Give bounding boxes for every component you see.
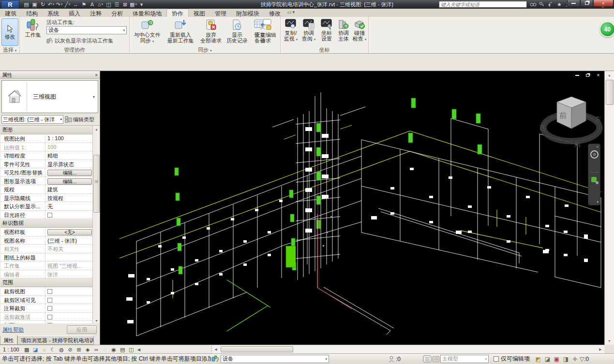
thin-lines-icon[interactable]: ☰ <box>113 0 121 9</box>
scroll-up-icon[interactable]: ▲ <box>93 126 100 132</box>
editable-only-checkbox[interactable] <box>494 356 499 362</box>
prop-row[interactable]: 可见性/图形替换编辑... <box>0 168 100 177</box>
editing-requests-button[interactable]: 正在编辑请求 <box>252 19 280 44</box>
press-drag-icon[interactable]: ◨ <box>561 355 570 363</box>
hscroll-thumb[interactable] <box>221 346 293 352</box>
checkbox[interactable] <box>47 315 52 320</box>
worksets-button[interactable]: 工作集 <box>23 19 43 38</box>
viewcube-front-label[interactable]: 前 <box>559 111 567 120</box>
gray-inactive-worksets-toggle[interactable]: 以灰色显示非活动工作集 <box>46 37 113 44</box>
tab-architecture[interactable]: 建筑 <box>0 9 21 17</box>
viewbar-collapse-icon[interactable]: ◀ <box>137 348 140 352</box>
restore-button[interactable] <box>580 0 593 7</box>
shadows-icon[interactable]: ☾ <box>49 346 57 353</box>
checkbox[interactable] <box>47 323 52 323</box>
type-selector[interactable]: 三维视图 ▾ <box>1 80 98 113</box>
text-icon[interactable]: A <box>88 0 96 9</box>
prop-row[interactable]: 默认分析显示...无 <box>0 202 100 211</box>
sun-path-icon[interactable]: ☼ <box>40 346 48 353</box>
compass-west-label[interactable]: 西 <box>539 124 546 132</box>
edit-button[interactable]: 编辑... <box>47 170 92 176</box>
instance-select[interactable]: 三维视图: {三维 - 张洋▾ <box>1 115 63 124</box>
checkbox[interactable] <box>47 289 52 294</box>
prop-row[interactable]: 视图样板<无> <box>0 228 100 236</box>
prop-row[interactable]: 裁剪区域可见 <box>0 296 100 305</box>
compass-south-label[interactable]: 南 <box>574 140 581 149</box>
design-options-icon[interactable] <box>423 355 432 364</box>
select-panel-label[interactable]: 选择 ▾ <box>0 46 19 53</box>
drag-elements-icon[interactable]: ◪ <box>543 355 552 363</box>
apply-button[interactable]: 应用 <box>67 325 97 334</box>
type-dropdown-icon[interactable]: ▾ <box>93 95 95 99</box>
move-arrows-icon[interactable]: ✛ <box>570 355 580 363</box>
crop-view-icon[interactable]: ⊘ <box>66 346 75 353</box>
synchronize-panel-label[interactable]: 同步 ▾ <box>130 46 280 53</box>
tab-modify[interactable]: 修改 <box>264 9 285 17</box>
edit-button[interactable]: 编辑... <box>47 178 92 185</box>
app-menu-button[interactable]: R <box>1 0 19 9</box>
filter-icon[interactable]: ▽ <box>580 356 584 363</box>
notification-badge[interactable]: 40 <box>599 21 614 37</box>
design-option-select[interactable]: 主模型▾ <box>440 355 489 363</box>
close-button[interactable]: × <box>593 0 614 7</box>
steering-wheel-icon[interactable] <box>590 150 599 159</box>
tab-insert[interactable]: 插入 <box>64 9 85 17</box>
exclude-options-icon[interactable]: ▣ <box>552 355 561 363</box>
coordination-review-button[interactable]: 协调查阅 ▾ <box>300 19 317 43</box>
section-extents[interactable]: 范围▲ <box>0 278 100 287</box>
section-graphics[interactable]: 图形▲ <box>0 126 100 134</box>
scroll-down-icon[interactable]: ▼ <box>93 317 100 323</box>
select-elements-icon[interactable]: ◩ <box>534 355 543 363</box>
checkbox[interactable] <box>47 213 52 218</box>
switch-windows-icon[interactable]: ▦▾ <box>129 0 137 9</box>
reveal-hidden-elements-icon[interactable]: ∞ <box>92 346 101 353</box>
coordinate-settings-button[interactable]: 坐标设置 <box>318 19 335 42</box>
prop-row[interactable]: 图纸上的标题 <box>0 253 100 262</box>
save-icon[interactable]: ▣ <box>30 0 39 9</box>
show-history-button[interactable]: 显示历史记录 <box>225 19 250 44</box>
tab-structure[interactable]: 结构 <box>21 9 43 17</box>
worksharing-display-icon[interactable]: ▤ <box>119 346 127 353</box>
minimize-button[interactable] <box>567 0 580 7</box>
view-minimize-icon[interactable] <box>574 73 580 78</box>
navbar-close-icon[interactable]: × <box>596 145 599 149</box>
displace-elements-icon[interactable]: ◫ <box>127 346 135 353</box>
tab-massing-site[interactable]: 体量和场地 <box>128 9 166 17</box>
tab-manage[interactable]: 管理 <box>210 9 231 17</box>
workset-select[interactable]: 设备▾ <box>221 355 329 363</box>
navbar-menu-icon[interactable]: ▾ <box>597 200 599 204</box>
search-icon[interactable] <box>529 0 538 9</box>
edit-type-button[interactable]: 编辑类型 <box>65 116 94 123</box>
aligned-dimension-icon[interactable]: ↔ <box>72 0 80 9</box>
manage-collab-panel-label[interactable]: 管理协作 <box>20 46 129 53</box>
workset-status-icon[interactable] <box>211 355 220 364</box>
scroll-up-icon[interactable]: ▲ <box>605 71 614 79</box>
key-icon[interactable] <box>538 0 546 9</box>
checkbox[interactable] <box>47 306 52 311</box>
copy-monitor-button[interactable]: 复制/监视 ▾ <box>282 19 300 43</box>
tab-view[interactable]: 视图 <box>189 9 210 17</box>
prop-row[interactable]: 规程建筑 <box>0 185 100 194</box>
interference-check-button[interactable]: 碰撞检查 ▾ <box>351 19 368 43</box>
measure-icon[interactable]: ╱▾ <box>63 0 72 9</box>
sync-central-icon[interactable]: ↻ <box>39 0 47 9</box>
tab-systems[interactable]: 系统 <box>43 9 64 17</box>
palette-scrollbar[interactable]: ▲ ▼ <box>92 126 100 323</box>
view-restore-icon[interactable] <box>584 73 591 78</box>
sync-with-central-button[interactable]: 与中心文件同步 ▾ <box>132 19 163 44</box>
search-input[interactable] <box>439 1 527 8</box>
view-template-button[interactable]: <无> <box>47 229 92 235</box>
visual-style-icon[interactable]: ◪ <box>31 346 40 353</box>
close-hidden-windows-icon[interactable]: ⊠ <box>121 0 129 9</box>
prop-row[interactable]: 剖面框 <box>0 321 100 323</box>
tab-analyze[interactable]: 分析 <box>106 9 128 17</box>
checkbox[interactable] <box>47 298 52 303</box>
qat-customize-icon[interactable]: ▾ <box>137 0 146 9</box>
section-identity[interactable]: 标识数据▲ <box>0 219 100 228</box>
scroll-thumb[interactable] <box>93 155 100 213</box>
tab-collaborate[interactable]: 协作 <box>166 9 189 17</box>
palette-close-icon[interactable]: × <box>95 72 98 79</box>
reveal-constraints-icon[interactable]: ◉ <box>110 346 118 353</box>
coordination-host-button[interactable]: 协调主体 <box>336 19 351 42</box>
active-workset-select[interactable]: 设备▾ <box>46 26 127 34</box>
